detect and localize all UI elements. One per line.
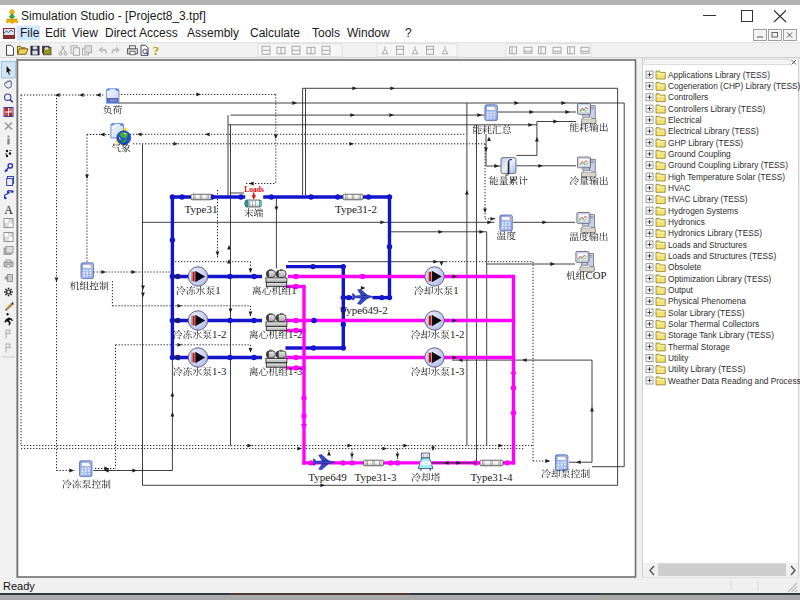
svg-text:1: 1 xyxy=(291,284,296,296)
svg-text:Applications Library (TESS): Applications Library (TESS) xyxy=(668,70,770,80)
svg-text:1-2: 1-2 xyxy=(212,328,226,340)
svg-text:Type649: Type649 xyxy=(308,471,347,483)
svg-text:Assembly: Assembly xyxy=(187,26,239,40)
svg-text:1: 1 xyxy=(453,284,458,296)
svg-text:Type31: Type31 xyxy=(185,203,218,215)
svg-text:Obsolete: Obsolete xyxy=(668,262,702,272)
svg-text:Thermal Storage: Thermal Storage xyxy=(668,342,730,352)
svg-text:High Temperature Solar (TESS): High Temperature Solar (TESS) xyxy=(668,172,785,182)
svg-text:Electrical: Electrical xyxy=(668,115,702,125)
svg-text:Tools: Tools xyxy=(312,26,340,40)
svg-text:Output: Output xyxy=(668,285,694,295)
svg-text:Ready: Ready xyxy=(3,580,35,592)
svg-text:Direct Access: Direct Access xyxy=(105,26,178,40)
svg-text:Loads and Structures: Loads and Structures xyxy=(668,240,747,250)
svg-text:Optimization Library (TESS): Optimization Library (TESS) xyxy=(668,274,772,284)
svg-text:USER: USER xyxy=(108,99,118,103)
svg-text:Solar Thermal Collectors: Solar Thermal Collectors xyxy=(668,319,759,329)
svg-text:Simulation Studio - [Project8_: Simulation Studio - [Project8_3.tpf] xyxy=(21,9,206,23)
svg-text:Type649-2: Type649-2 xyxy=(340,304,388,316)
svg-text:Storage Tank Library (TESS): Storage Tank Library (TESS) xyxy=(668,330,774,340)
svg-text:Physical Phenomena: Physical Phenomena xyxy=(668,296,746,306)
svg-text:Ground Coupling Library (TESS): Ground Coupling Library (TESS) xyxy=(668,160,788,170)
svg-text:Hydronics: Hydronics xyxy=(668,217,705,227)
svg-text:Electrical Library (TESS): Electrical Library (TESS) xyxy=(668,126,759,136)
svg-text:A: A xyxy=(4,203,13,217)
svg-text:COP: COP xyxy=(586,269,607,281)
svg-text:1-2: 1-2 xyxy=(450,328,464,340)
svg-text:Loads and Structures (TESS): Loads and Structures (TESS) xyxy=(668,251,777,261)
svg-text:Type31-2: Type31-2 xyxy=(335,203,377,215)
svg-text:Utility Library (TESS): Utility Library (TESS) xyxy=(668,364,746,374)
svg-text:Calculate: Calculate xyxy=(250,26,300,40)
svg-text:?: ? xyxy=(153,43,160,58)
svg-text:Loads: Loads xyxy=(244,185,264,194)
svg-text:View: View xyxy=(72,26,98,40)
svg-text:1-2: 1-2 xyxy=(288,328,302,340)
svg-text:Utility: Utility xyxy=(668,353,689,363)
svg-text:1-3: 1-3 xyxy=(450,365,464,377)
svg-text:Ground Coupling: Ground Coupling xyxy=(668,149,731,159)
svg-text:HVAC Library (TESS): HVAC Library (TESS) xyxy=(668,194,748,204)
svg-text:?: ? xyxy=(405,26,412,40)
svg-text:1-3: 1-3 xyxy=(212,365,226,377)
svg-text:HVAC: HVAC xyxy=(668,183,690,193)
svg-text:1-3: 1-3 xyxy=(288,365,302,377)
svg-text:Controllers: Controllers xyxy=(668,92,708,102)
svg-text:Controllers Library (TESS): Controllers Library (TESS) xyxy=(668,104,766,114)
svg-text:1: 1 xyxy=(215,284,220,296)
svg-text:File: File xyxy=(20,26,40,40)
svg-text:Type31-3: Type31-3 xyxy=(355,471,397,483)
svg-text:Type31-4: Type31-4 xyxy=(471,471,513,483)
svg-text:Hydrogen Systems: Hydrogen Systems xyxy=(668,206,738,216)
svg-text:GHP Library (TESS): GHP Library (TESS) xyxy=(668,138,743,148)
svg-text:Edit: Edit xyxy=(45,26,66,40)
svg-text:Cogeneration (CHP) Library (TE: Cogeneration (CHP) Library (TESS) xyxy=(668,81,800,91)
svg-text:Solar Library (TESS): Solar Library (TESS) xyxy=(668,308,745,318)
svg-text:Hydronics Library (TESS): Hydronics Library (TESS) xyxy=(668,228,762,238)
svg-text:Weather Data Reading and Proce: Weather Data Reading and Process xyxy=(668,376,800,386)
svg-text:Window: Window xyxy=(347,26,390,40)
